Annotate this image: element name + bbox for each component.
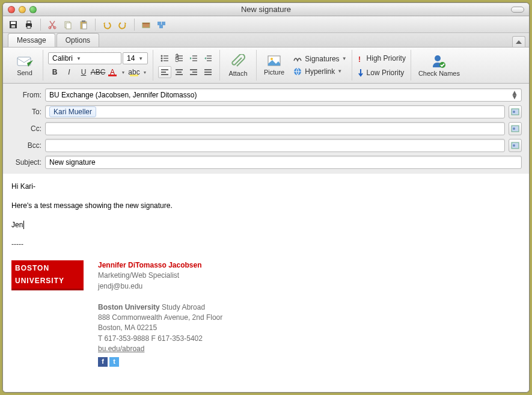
svg-point-19 bbox=[161, 55, 163, 57]
subject-field[interactable] bbox=[45, 156, 522, 169]
twitter-icon[interactable]: t bbox=[109, 357, 119, 367]
signature-link[interactable]: bu.edu/abroad bbox=[98, 344, 144, 353]
svg-point-21 bbox=[161, 58, 163, 60]
numbering-button[interactable]: 123 bbox=[173, 52, 186, 64]
svg-rect-17 bbox=[159, 25, 163, 28]
cut-icon[interactable] bbox=[46, 18, 59, 31]
window-title: New signature bbox=[3, 5, 529, 14]
align-left-button[interactable] bbox=[158, 66, 171, 78]
svg-rect-40 bbox=[176, 69, 183, 70]
picture-button[interactable]: Picture bbox=[261, 54, 287, 77]
signature-role: Marketing/Web Specialist bbox=[98, 271, 222, 281]
bcc-input[interactable] bbox=[49, 141, 501, 150]
copy-icon[interactable] bbox=[61, 18, 75, 31]
stepper-icon: ▲▼ bbox=[510, 90, 519, 100]
collapse-ribbon-button[interactable] bbox=[512, 36, 525, 47]
font-group: Calibri▼ 14▼ B I U ABC A ▼ abc ▼ bbox=[43, 50, 153, 81]
check-names-button[interactable]: Check Names bbox=[416, 53, 462, 78]
paste-icon[interactable] bbox=[77, 18, 90, 31]
high-priority-button[interactable]: ! High Priority bbox=[357, 54, 406, 63]
svg-rect-44 bbox=[192, 72, 197, 73]
paragraph-group: 123 bbox=[153, 50, 220, 81]
svg-rect-38 bbox=[161, 72, 166, 73]
strikethrough-button[interactable]: ABC bbox=[91, 66, 105, 78]
toolbox-icon[interactable] bbox=[139, 18, 153, 31]
svg-rect-36 bbox=[207, 60, 212, 61]
message-body[interactable]: Hi Kari- Here's a test message showing t… bbox=[3, 174, 529, 392]
quick-access-toolbar bbox=[3, 16, 529, 33]
svg-rect-32 bbox=[192, 58, 197, 59]
bullets-button[interactable] bbox=[158, 52, 171, 64]
body-line: Hi Kari- bbox=[11, 181, 521, 192]
media-browser-icon[interactable] bbox=[155, 18, 168, 31]
bu-logo: BOSTON UNIVERSITY bbox=[11, 260, 84, 290]
svg-rect-11 bbox=[82, 20, 85, 22]
hyperlink-button[interactable]: Hyperlink▼ bbox=[293, 67, 346, 76]
picture-label: Picture bbox=[264, 69, 284, 76]
attach-button[interactable]: Attach bbox=[225, 53, 251, 78]
svg-point-56 bbox=[513, 111, 515, 113]
undo-icon[interactable] bbox=[100, 18, 114, 31]
font-family-select[interactable]: Calibri▼ bbox=[48, 52, 121, 64]
font-color-button[interactable]: A bbox=[106, 66, 119, 78]
redo-icon[interactable] bbox=[116, 18, 129, 31]
signature-block: BOSTON UNIVERSITY Jennifer DiTomasso Jac… bbox=[11, 260, 521, 367]
ribbon-tabs: Message Options bbox=[3, 33, 529, 47]
align-right-button[interactable] bbox=[187, 66, 200, 78]
font-color-dropdown[interactable]: ▼ bbox=[120, 66, 126, 78]
tab-options[interactable]: Options bbox=[57, 33, 99, 47]
from-select[interactable]: BU Exchange (Jacobsen, Jennifer Ditomass… bbox=[45, 88, 522, 102]
bold-button[interactable]: B bbox=[48, 66, 61, 78]
svg-rect-42 bbox=[176, 74, 183, 75]
bcc-addressbook-button[interactable] bbox=[509, 139, 522, 152]
to-addressbook-button[interactable] bbox=[509, 105, 522, 118]
font-size-select[interactable]: 14▼ bbox=[123, 52, 148, 64]
to-label: To: bbox=[10, 108, 41, 116]
svg-rect-43 bbox=[190, 69, 197, 70]
save-icon[interactable] bbox=[7, 18, 20, 31]
attach-group: Attach bbox=[220, 50, 257, 81]
low-priority-button[interactable]: Low Priority bbox=[357, 68, 406, 78]
svg-rect-34 bbox=[207, 55, 212, 57]
underline-button[interactable]: U bbox=[77, 66, 90, 78]
bcc-field[interactable] bbox=[45, 139, 505, 152]
to-input[interactable] bbox=[99, 108, 501, 116]
svg-text:!: ! bbox=[358, 55, 361, 63]
svg-rect-20 bbox=[164, 55, 168, 57]
check-names-label: Check Names bbox=[418, 70, 460, 77]
subject-input[interactable] bbox=[49, 158, 518, 167]
highlight-button[interactable]: abc bbox=[127, 66, 141, 78]
justify-button[interactable] bbox=[201, 66, 215, 78]
cc-input[interactable] bbox=[49, 124, 501, 133]
priority-group: ! High Priority Low Priority bbox=[352, 50, 411, 81]
highlight-dropdown[interactable]: ▼ bbox=[142, 66, 148, 78]
body-line: Here's a test message showing the new si… bbox=[11, 200, 521, 211]
attach-label: Attach bbox=[228, 70, 247, 77]
to-field[interactable]: Kari Mueller bbox=[45, 105, 505, 118]
increase-indent-button[interactable] bbox=[201, 52, 215, 64]
send-button[interactable]: Send bbox=[11, 54, 38, 78]
print-icon[interactable] bbox=[22, 18, 35, 31]
facebook-icon[interactable]: f bbox=[98, 357, 108, 367]
svg-rect-24 bbox=[164, 60, 168, 61]
svg-rect-39 bbox=[161, 74, 168, 75]
cc-field[interactable] bbox=[45, 122, 505, 135]
svg-rect-9 bbox=[66, 23, 71, 29]
cc-addressbook-button[interactable] bbox=[509, 122, 522, 135]
recipient-chip[interactable]: Kari Mueller bbox=[49, 106, 96, 117]
from-label: From: bbox=[10, 91, 41, 99]
tab-message[interactable]: Message bbox=[8, 33, 55, 47]
italic-button[interactable]: I bbox=[63, 66, 76, 78]
svg-rect-35 bbox=[207, 58, 212, 59]
signature-name: Jennifer DiTomasso Jacobsen bbox=[98, 260, 222, 271]
align-center-button[interactable] bbox=[173, 66, 186, 78]
decrease-indent-button[interactable] bbox=[187, 52, 200, 64]
svg-rect-22 bbox=[164, 58, 168, 59]
send-group: Send bbox=[7, 50, 43, 81]
divider: ----- bbox=[11, 239, 521, 250]
svg-rect-48 bbox=[204, 74, 212, 75]
svg-rect-30 bbox=[178, 60, 183, 61]
bcc-label: Bcc: bbox=[10, 141, 41, 150]
signatures-button[interactable]: Signatures▼ bbox=[293, 55, 346, 63]
signature-email: jendj@bu.edu bbox=[98, 281, 222, 292]
